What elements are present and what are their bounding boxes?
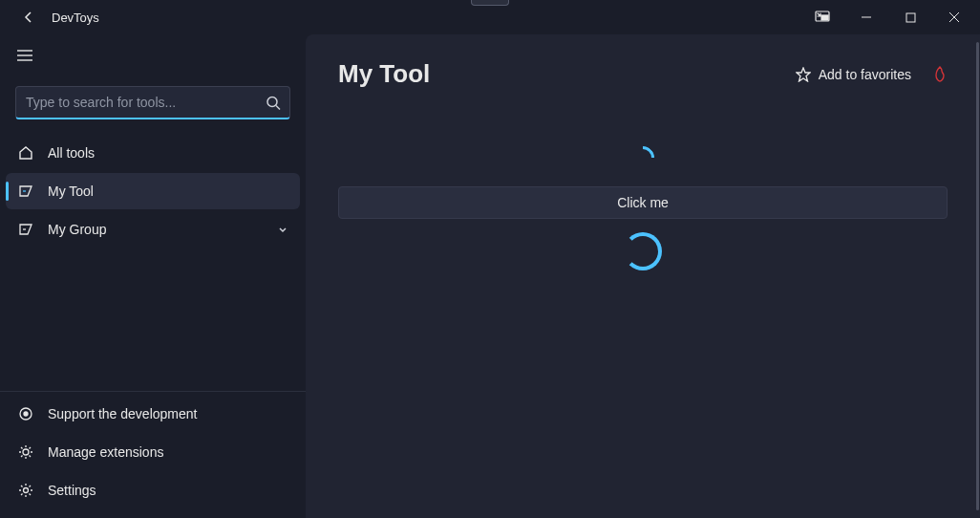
add-favorite-button[interactable]: Add to favorites bbox=[796, 67, 911, 82]
nav-extensions[interactable]: Manage extensions bbox=[6, 434, 300, 470]
back-button[interactable] bbox=[15, 4, 42, 31]
star-icon bbox=[796, 67, 811, 82]
main-content: My Tool Add to favorites Click me bbox=[306, 34, 980, 518]
svg-point-12 bbox=[24, 412, 28, 416]
window-controls bbox=[800, 3, 976, 32]
arrow-left-icon bbox=[22, 11, 35, 24]
title-bar: DevToys bbox=[0, 0, 980, 34]
svg-point-9 bbox=[267, 97, 277, 106]
close-button[interactable] bbox=[932, 3, 976, 32]
group-icon bbox=[17, 221, 34, 238]
hamburger-icon bbox=[17, 50, 32, 61]
search-container bbox=[15, 86, 290, 119]
nav-support[interactable]: Support the development bbox=[6, 396, 300, 432]
picture-in-picture-button[interactable] bbox=[800, 3, 844, 32]
spinner-small bbox=[627, 141, 659, 174]
search-icon[interactable] bbox=[266, 96, 281, 110]
nav-label: Manage extensions bbox=[48, 444, 163, 460]
nav-label: My Tool bbox=[48, 183, 94, 199]
svg-point-13 bbox=[23, 449, 29, 455]
scrollbar[interactable] bbox=[976, 42, 979, 510]
svg-rect-1 bbox=[821, 15, 828, 20]
sidebar: All tools My Tool My Group bbox=[0, 34, 306, 518]
nav-label: My Group bbox=[48, 222, 106, 237]
nav-list: All tools My Tool My Group bbox=[0, 131, 306, 391]
minimize-button[interactable] bbox=[844, 3, 888, 32]
svg-rect-3 bbox=[906, 13, 915, 22]
app-title: DevToys bbox=[52, 11, 99, 25]
favorite-label: Add to favorites bbox=[819, 67, 911, 82]
close-icon bbox=[948, 11, 960, 23]
settings-icon bbox=[17, 482, 34, 499]
nav-all-tools[interactable]: All tools bbox=[6, 135, 300, 171]
grip-handle[interactable] bbox=[471, 0, 509, 6]
sidebar-bottom: Support the development Manage extension… bbox=[0, 391, 306, 518]
nav-my-tool[interactable]: My Tool bbox=[6, 173, 300, 209]
click-me-button[interactable]: Click me bbox=[338, 186, 948, 219]
title-left: DevToys bbox=[4, 4, 99, 31]
nav-label: Settings bbox=[48, 483, 96, 498]
hot-reload-button[interactable] bbox=[932, 66, 948, 83]
spinner-large bbox=[624, 232, 662, 270]
chevron-down-icon bbox=[277, 224, 288, 235]
tool-icon bbox=[17, 183, 34, 200]
maximize-icon bbox=[905, 12, 916, 23]
header-actions: Add to favorites bbox=[796, 66, 948, 83]
fire-icon bbox=[932, 66, 948, 83]
gear-icon bbox=[17, 443, 34, 461]
nav-label: All tools bbox=[48, 145, 95, 161]
svg-point-14 bbox=[24, 488, 29, 493]
nav-settings[interactable]: Settings bbox=[6, 472, 300, 508]
nav-my-group[interactable]: My Group bbox=[6, 211, 300, 248]
hamburger-button[interactable] bbox=[8, 38, 42, 73]
main-header: My Tool Add to favorites bbox=[338, 59, 948, 89]
pip-icon bbox=[815, 11, 830, 24]
search-input[interactable] bbox=[15, 86, 290, 119]
svg-line-10 bbox=[276, 105, 280, 109]
maximize-button[interactable] bbox=[888, 3, 932, 32]
home-icon bbox=[17, 144, 34, 162]
minimize-icon bbox=[861, 11, 872, 23]
target-icon bbox=[17, 405, 34, 422]
nav-label: Support the development bbox=[48, 406, 197, 421]
page-title: My Tool bbox=[338, 59, 430, 89]
